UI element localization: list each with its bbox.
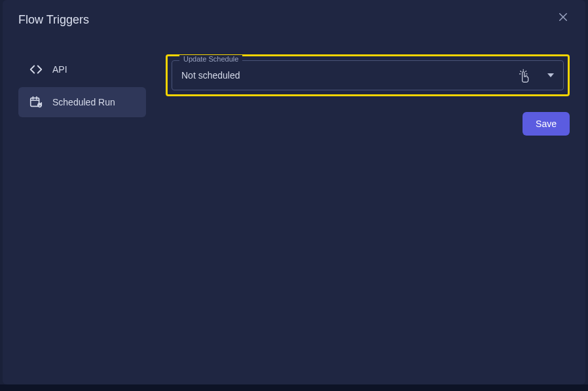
background-strip	[0, 384, 588, 391]
sidebar-item-label: API	[52, 64, 67, 75]
schedule-panel: Update Schedule Not scheduled	[166, 54, 570, 136]
chevron-down-icon	[547, 72, 554, 79]
sidebar-item-label: Scheduled Run	[52, 97, 115, 107]
close-icon	[557, 11, 569, 26]
calendar-refresh-icon	[29, 95, 43, 109]
actions-row: Save	[166, 112, 570, 136]
highlight-box: Update Schedule Not scheduled	[166, 54, 570, 96]
flow-triggers-modal: Flow Triggers API	[3, 0, 585, 384]
update-schedule-field: Update Schedule Not scheduled	[172, 60, 564, 90]
sidebar-item-scheduled-run[interactable]: Scheduled Run	[18, 87, 146, 117]
sidebar-item-api[interactable]: API	[18, 54, 146, 84]
modal-title: Flow Triggers	[18, 13, 89, 27]
select-value: Not scheduled	[181, 70, 547, 81]
save-button[interactable]: Save	[523, 112, 570, 136]
trigger-type-sidebar: API Scheduled Run	[18, 54, 146, 136]
modal-header: Flow Triggers	[3, 0, 585, 35]
update-schedule-select[interactable]: Not scheduled	[172, 60, 564, 90]
code-icon	[29, 62, 43, 77]
select-label: Update Schedule	[179, 55, 242, 63]
close-button[interactable]	[555, 10, 571, 26]
modal-content: API Scheduled Run	[3, 35, 585, 136]
